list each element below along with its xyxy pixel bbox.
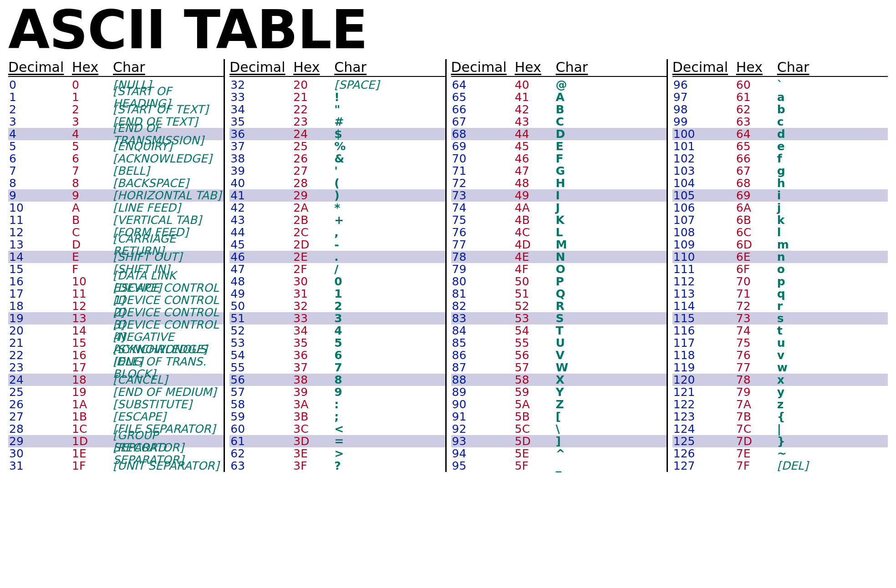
cell-decimal: 4 [8,128,72,140]
table-row: 472F/ [229,263,445,275]
cell-char: { [777,411,888,423]
cell-decimal: 110 [672,251,736,263]
cell-decimal: 82 [451,300,515,312]
cell-hex: B [72,214,113,226]
cell-decimal: 65 [451,91,515,103]
cell-hex: 61 [736,91,777,103]
table-row: 22[START OF TEXT] [8,103,224,116]
table-row: 2418[CANCEL] [8,374,224,386]
cell-hex: 27 [293,165,334,177]
cell-hex: 38 [293,374,334,386]
cell-decimal: 61 [229,435,293,447]
header-hex: Hex [72,59,113,75]
cell-decimal: 49 [229,288,293,300]
cell-decimal: 73 [451,189,515,202]
cell-hex: 6 [72,152,113,165]
cell-decimal: 127 [672,460,736,472]
cell-decimal: 28 [8,423,72,435]
cell-char: T [556,324,667,337]
cell-decimal: 85 [451,337,515,349]
cell-decimal: 86 [451,349,515,361]
cell-hex: 59 [515,386,556,398]
table-row: 432B+ [229,214,445,226]
cell-decimal: 106 [672,202,736,214]
cell-char: 9 [334,386,445,398]
cell-decimal: 6 [8,152,72,165]
header-decimal: Decimal [451,59,515,75]
cell-char: o [777,263,888,275]
cell-hex: 4B [515,214,556,226]
table-row: 764CL [451,226,667,238]
cell-hex: 45 [515,140,556,152]
cell-decimal: 109 [672,238,736,251]
cell-decimal: 116 [672,324,736,337]
cell-char: 3 [334,312,445,324]
cell-hex: 7A [736,398,777,411]
cell-char: U [556,337,667,349]
cell-decimal: 89 [451,386,515,398]
cell-char: 4 [334,324,445,337]
cell-char: # [334,116,445,128]
header-hex: Hex [293,59,334,75]
table-row: 8757W [451,361,667,374]
cell-decimal: 97 [672,91,736,103]
cell-decimal: 41 [229,189,293,202]
table-row: 603C< [229,423,445,435]
cell-decimal: 114 [672,300,736,312]
cell-hex: 73 [736,312,777,324]
cell-decimal: 13 [8,238,72,251]
table-row: 1116Fo [672,263,888,275]
cell-hex: 70 [736,275,777,288]
cell-char: ; [334,411,445,423]
cell-decimal: 63 [229,460,293,472]
cell-hex: 2C [293,226,334,238]
cell-decimal: 103 [672,165,736,177]
cell-char: & [334,152,445,165]
table-row: 10A[LINE FEED] [8,202,224,214]
cell-char: I [556,189,667,202]
cell-char: x [777,374,888,386]
cell-hex: 21 [293,91,334,103]
cell-decimal: 58 [229,398,293,411]
cell-char: y [777,386,888,398]
cell-char: Q [556,288,667,300]
cell-hex: 2D [293,238,334,251]
table-row: 12078x [672,374,888,386]
cell-decimal: 53 [229,337,293,349]
column-header-row: DecimalHexChar [672,59,888,77]
table-row: 8252R [451,300,667,312]
cell-decimal: 120 [672,374,736,386]
table-row: 53355 [229,337,445,349]
cell-decimal: 31 [8,460,72,472]
cell-hex: 14 [72,324,113,337]
cell-decimal: 74 [451,202,515,214]
header-decimal: Decimal [8,59,72,75]
table-row: 3321! [229,91,445,103]
cell-char: p [777,275,888,288]
table-row: 3624$ [229,128,445,140]
cell-decimal: 91 [451,411,515,423]
table-row: 7248H [451,177,667,189]
cell-hex: 3F [293,460,334,472]
cell-hex: 62 [736,103,777,116]
cell-decimal: 80 [451,275,515,288]
cell-hex: 1F [72,460,113,472]
cell-char: s [777,312,888,324]
cell-hex: 64 [736,128,777,140]
cell-hex: 10 [72,275,113,288]
table-row: 51333 [229,312,445,324]
table-row: 10266f [672,152,888,165]
table-row: 10569i [672,189,888,202]
table-row: 3523# [229,116,445,128]
cell-hex: 71 [736,288,777,300]
cell-char: E [556,140,667,152]
cell-char: P [556,275,667,288]
table-row: 744AJ [451,202,667,214]
cell-hex: 4E [515,251,556,263]
cell-hex: 4C [515,226,556,238]
cell-decimal: 11 [8,214,72,226]
table-row: 613D= [229,435,445,447]
cell-hex: 2E [293,251,334,263]
cell-hex: 7D [736,435,777,447]
cell-hex: F [72,263,113,275]
